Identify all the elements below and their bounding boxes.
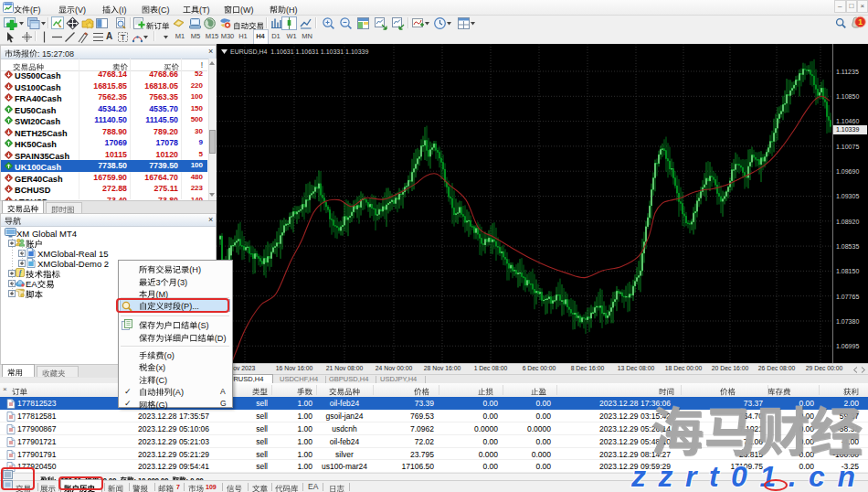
svg-text:: 15:27:08: : 15:27:08 — [37, 49, 74, 59]
svg-text:HK50Cash: HK50Cash — [15, 140, 57, 149]
svg-text:(G): (G) — [155, 401, 167, 410]
svg-text:(3): (3) — [177, 278, 187, 287]
svg-text:(F): (F) — [30, 5, 41, 14]
svg-text:FRA40Cash: FRA40Cash — [15, 94, 62, 103]
svg-text:(A): (A) — [173, 388, 184, 397]
svg-text:(C): (C) — [158, 5, 170, 14]
svg-text:(o): (o) — [164, 351, 175, 360]
svg-text:GER40Cash: GER40Cash — [15, 175, 63, 184]
svg-text:T: T — [121, 33, 126, 42]
svg-text:NETH25Cash: NETH25Cash — [15, 129, 68, 138]
svg-text:US500Cash: US500Cash — [15, 71, 61, 80]
svg-text:(V): (V) — [75, 5, 86, 14]
svg-text:(x): (x) — [155, 363, 165, 372]
svg-text:UK100Cash: UK100Cash — [15, 163, 61, 172]
svg-text:3: 3 — [155, 278, 160, 287]
svg-text:SWI20Cash: SWI20Cash — [15, 117, 60, 126]
svg-text:(S): (S) — [197, 321, 208, 330]
svg-text:EU50Cash: EU50Cash — [15, 106, 57, 115]
svg-text:(H): (H) — [286, 5, 298, 14]
svg-text:(D): (D) — [215, 334, 227, 343]
svg-text:(I): (I) — [119, 5, 127, 14]
svg-text:BCHUSD: BCHUSD — [15, 186, 51, 195]
svg-text:(C): (C) — [155, 376, 167, 385]
svg-text:(T): (T) — [199, 5, 210, 14]
svg-text:(W): (W) — [240, 5, 254, 14]
svg-text:US100Cash: US100Cash — [15, 83, 61, 92]
svg-text:(H): (H) — [189, 265, 201, 274]
svg-text:1: 1 — [858, 17, 863, 27]
